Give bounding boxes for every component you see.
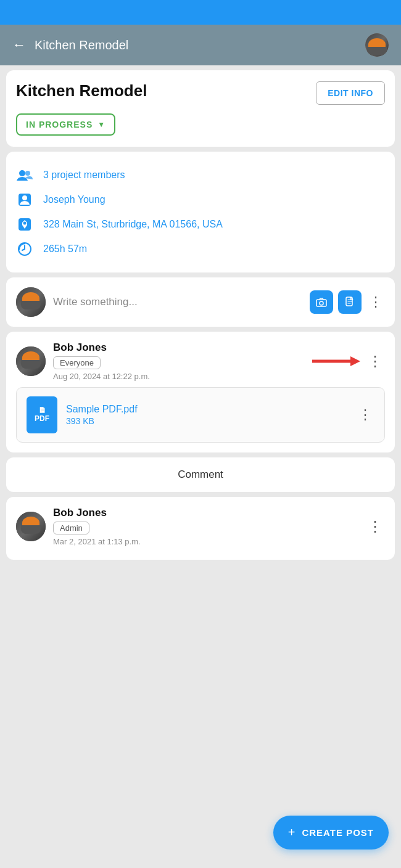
attachment-button[interactable] [338,290,362,314]
status-label: IN PROGRESS [26,120,93,129]
person-icon [16,191,33,208]
pdf-more-button[interactable]: ⋮ [356,404,374,425]
red-arrow-icon [312,353,362,370]
post-header-2: Bob Jones Admin Mar 2, 2021 at 1:13 p.m.… [16,507,385,546]
project-header-top: Kitchen Remodel EDIT INFO [16,81,385,105]
user-avatar-nav[interactable] [365,33,389,57]
compose-more-button[interactable]: ⋮ [366,292,385,313]
members-row[interactable]: 3 project members [16,163,385,187]
comment-row[interactable]: Comment [6,457,395,492]
clock-icon [16,240,33,258]
post-avatar-1 [16,346,46,376]
owner-row[interactable]: Joseph Young [16,187,385,212]
red-arrow-container: ⋮ [312,350,385,372]
svg-point-0 [19,170,25,176]
compose-actions: ⋮ [310,290,385,314]
create-post-label: CREATE POST [302,827,374,838]
post-user-info-2: Bob Jones Admin Mar 2, 2021 at 1:13 p.m. [53,507,358,546]
comment-label: Comment [178,469,223,480]
project-title: Kitchen Remodel [16,81,308,100]
svg-point-8 [320,301,323,305]
pdf-icon: 📄 PDF [27,396,57,433]
post-card-2: Bob Jones Admin Mar 2, 2021 at 1:13 p.m.… [6,497,395,560]
edit-info-button[interactable]: EDIT INFO [316,81,385,105]
nav-title: Kitchen Remodel [35,38,128,52]
pdf-size: 393 KB [66,416,347,426]
project-details-card: 3 project members Joseph Young 328 Main … [6,152,395,272]
plus-icon: + [288,825,296,840]
time-row: 265h 57m [16,237,385,261]
post-more-button-1[interactable]: ⋮ [365,350,385,372]
post-card-1: Bob Jones Everyone Aug 20, 2024 at 12:22… [6,332,395,452]
post-header-1: Bob Jones Everyone Aug 20, 2024 at 12:22… [16,342,385,381]
compose-card: Write something... ⋮ [6,277,395,327]
owner-text: Joseph Young [43,194,105,205]
post-username-2: Bob Jones [53,507,358,519]
status-bar [0,0,401,25]
svg-marker-11 [350,356,360,366]
pdf-name: Sample PDF.pdf [66,404,347,415]
members-icon [16,166,33,184]
project-info-card: Kitchen Remodel EDIT INFO IN PROGRESS ▼ [6,70,395,147]
post-avatar-2 [16,512,46,541]
svg-point-1 [25,171,30,176]
address-text: 328 Main St, Sturbridge, MA 01566, USA [43,219,223,230]
post-time-1: Aug 20, 2024 at 12:22 p.m. [53,372,305,381]
camera-button[interactable] [310,290,333,314]
create-post-button[interactable]: + CREATE POST [273,816,389,850]
compose-avatar [16,287,46,317]
nav-bar: ← Kitchen Remodel [0,25,401,65]
pdf-info: Sample PDF.pdf 393 KB [66,404,347,426]
post-time-2: Mar 2, 2021 at 1:13 p.m. [53,537,358,546]
post-user-info-1: Bob Jones Everyone Aug 20, 2024 at 12:22… [53,342,305,381]
post-badge-2: Admin [53,522,89,534]
post-badge-1: Everyone [53,356,101,369]
svg-point-3 [22,195,27,200]
address-row[interactable]: 328 Main St, Sturbridge, MA 01566, USA [16,212,385,237]
time-text: 265h 57m [43,244,87,255]
post-username-1: Bob Jones [53,342,305,354]
compose-placeholder[interactable]: Write something... [53,296,302,308]
post-more-button-2[interactable]: ⋮ [365,515,385,538]
status-badge[interactable]: IN PROGRESS ▼ [16,113,115,136]
back-button[interactable]: ← [12,37,26,53]
members-text: 3 project members [43,170,125,181]
svg-point-5 [23,222,27,225]
pdf-attachment[interactable]: 📄 PDF Sample PDF.pdf 393 KB ⋮ [16,387,385,443]
location-icon [16,216,33,233]
chevron-down-icon: ▼ [97,120,105,129]
